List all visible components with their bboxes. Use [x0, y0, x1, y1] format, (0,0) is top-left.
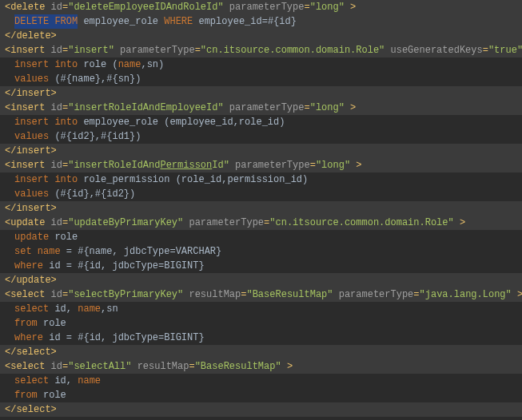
sql-line: insert into role (name,sn): [0, 57, 522, 72]
insert-close-tag: </insert>: [0, 201, 522, 216]
sql-line: select id, name: [0, 374, 522, 388]
insert-open-tag: <insert id="insertRoleIdAndPermissonId" …: [0, 158, 522, 172]
sql-line: values (#{id2},#{id1}): [0, 129, 522, 144]
update-close-tag: </update>: [0, 273, 522, 287]
sql-line: from role: [0, 388, 522, 402]
sql-line: where id = #{id, jdbcType=BIGINT}: [0, 259, 522, 273]
insert-close-tag: </insert>: [0, 144, 522, 158]
xml-mapper-code: <delete id="deleteEmployeeIDAndRoleId" p…: [0, 0, 522, 417]
select-close-tag: </select>: [0, 402, 522, 417]
sql-line: update role: [0, 230, 522, 244]
insert-open-tag: <insert id="insertRoleIdAndEmployeeId" p…: [0, 101, 522, 115]
sql-line: insert into role_permission (role_id,per…: [0, 172, 522, 187]
sql-line: DELETE FROM employee_role WHERE employee…: [0, 14, 522, 29]
sql-line: where id = #{id, jdbcType=BIGINT}: [0, 331, 522, 345]
delete-close-tag: </delete>: [0, 29, 522, 43]
insert-close-tag: </insert>: [0, 86, 522, 101]
select-close-tag: </select>: [0, 345, 522, 359]
sql-line: insert into employee_role (employee_id,r…: [0, 115, 522, 129]
sql-line: select id, name,sn: [0, 302, 522, 316]
sql-line: values (#{name},#{sn}): [0, 72, 522, 86]
sql-line: from role: [0, 316, 522, 331]
insert-open-tag: <insert id="insert" parameterType="cn.it…: [0, 43, 522, 57]
sql-line: set name = #{name, jdbcType=VARCHAR}: [0, 244, 522, 259]
update-open-tag: <update id="updateByPrimaryKey" paramete…: [0, 216, 522, 230]
delete-open-tag: <delete id="deleteEmployeeIDAndRoleId" p…: [0, 0, 522, 14]
sql-line: values (#{id},#{id2}): [0, 187, 522, 201]
select-open-tag: <select id="selectByPrimaryKey" resultMa…: [0, 287, 522, 302]
select-open-tag: <select id="selectAll" resultMap="BaseRe…: [0, 359, 522, 374]
